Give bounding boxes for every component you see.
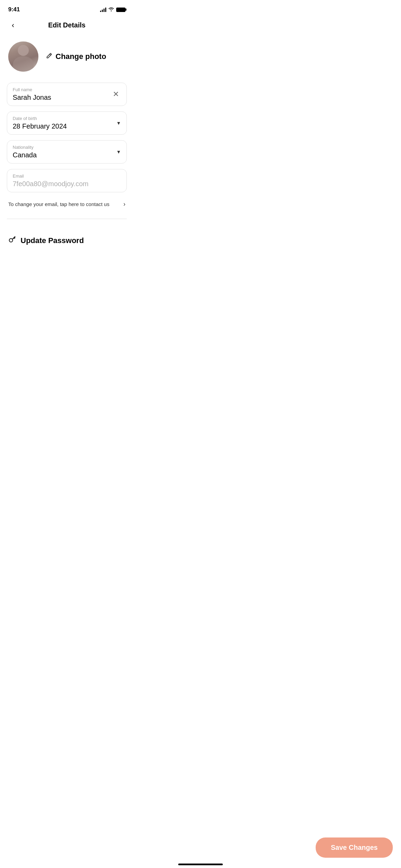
page-title: Edit Details bbox=[48, 21, 86, 29]
clear-name-button[interactable]: ✕ bbox=[111, 89, 121, 99]
chevron-right-icon: › bbox=[123, 201, 125, 208]
avatar-image bbox=[8, 41, 38, 72]
signal-icon bbox=[100, 7, 106, 12]
update-password-button[interactable]: Update Password bbox=[7, 227, 127, 254]
full-name-field[interactable]: Full name Sarah Jonas ✕ bbox=[7, 83, 127, 106]
avatar bbox=[8, 41, 38, 72]
email-field: Email 7fe00a80@moodjoy.com bbox=[7, 169, 127, 192]
status-icons bbox=[100, 7, 125, 12]
dob-value: 28 February 2024 bbox=[13, 122, 121, 130]
dob-label: Date of birth bbox=[13, 116, 121, 121]
form-container: Full name Sarah Jonas ✕ Date of birth 28… bbox=[0, 83, 134, 254]
status-bar: 9:41 bbox=[0, 0, 134, 17]
key-icon bbox=[8, 236, 16, 246]
status-time: 9:41 bbox=[8, 6, 20, 13]
section-divider bbox=[7, 219, 127, 219]
nationality-value: Canada bbox=[13, 151, 121, 159]
profile-section: Change photo bbox=[0, 33, 134, 83]
nationality-dropdown-icon: ▼ bbox=[116, 149, 121, 155]
page-header: ‹ Edit Details bbox=[0, 17, 134, 33]
email-contact-text: To change your email, tap here to contac… bbox=[8, 201, 123, 207]
dob-dropdown-icon: ▼ bbox=[116, 120, 121, 126]
update-password-label: Update Password bbox=[21, 236, 84, 245]
date-of-birth-field[interactable]: Date of birth 28 February 2024 ▼ bbox=[7, 111, 127, 135]
change-photo-label: Change photo bbox=[56, 52, 106, 61]
email-contact-link[interactable]: To change your email, tap here to contac… bbox=[7, 198, 127, 210]
email-value: 7fe00a80@moodjoy.com bbox=[13, 180, 121, 188]
nationality-label: Nationality bbox=[13, 145, 121, 150]
battery-icon bbox=[116, 8, 125, 12]
nationality-field[interactable]: Nationality Canada ▼ bbox=[7, 140, 127, 164]
wifi-icon bbox=[108, 7, 114, 12]
pencil-icon bbox=[45, 52, 53, 61]
full-name-value: Sarah Jonas bbox=[13, 94, 121, 101]
full-name-label: Full name bbox=[13, 87, 121, 92]
change-photo-button[interactable]: Change photo bbox=[45, 52, 106, 61]
email-label: Email bbox=[13, 173, 121, 179]
back-chevron-icon: ‹ bbox=[12, 22, 14, 29]
back-button[interactable]: ‹ bbox=[7, 19, 19, 32]
